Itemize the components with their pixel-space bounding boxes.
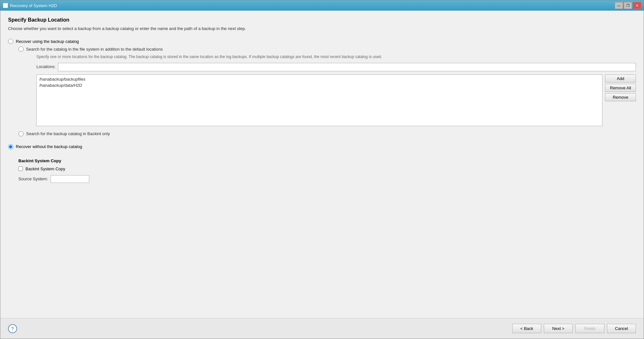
window-title: Recovery of System H2D <box>10 3 57 8</box>
locations-row: Locations: <box>36 63 636 71</box>
source-system-label: Source System: <box>18 176 48 181</box>
footer-left: ? <box>8 324 17 333</box>
close-button[interactable]: ✕ <box>633 2 641 9</box>
source-system-input[interactable] <box>51 175 89 183</box>
search-filesystem-label: Search for the catalog in the file syste… <box>26 47 163 52</box>
recover-catalog-radio[interactable] <box>8 39 13 44</box>
list-buttons: Add Remove All Remove <box>605 75 636 126</box>
search-backint-radio-label[interactable]: Search for the backup catalog in Backint… <box>18 131 636 136</box>
backint-checkbox[interactable] <box>18 166 23 171</box>
locations-label: Locations: <box>36 63 55 69</box>
page-description: Choose whether you want to select a back… <box>8 26 636 31</box>
restore-button[interactable]: ❐ <box>624 2 632 9</box>
main-window: Recovery of System H2D — ❐ ✕ Specify Bac… <box>0 0 644 339</box>
recover-without-catalog-label: Recover without the backup catalog <box>16 144 82 149</box>
recover-catalog-label: Recover using the backup catalog <box>16 39 79 44</box>
list-item: /hanabackup/data/H2D <box>38 82 601 88</box>
search-filesystem-sub-option: Search for the catalog in the file syste… <box>18 46 636 126</box>
list-item: /hanabackup/backupfiles <box>38 76 601 82</box>
recover-catalog-radio-label[interactable]: Recover using the backup catalog <box>8 39 636 44</box>
recover-without-catalog-radio[interactable] <box>8 144 13 149</box>
search-filesystem-radio-label[interactable]: Search for the catalog in the file syste… <box>18 46 636 52</box>
help-button[interactable]: ? <box>8 324 17 333</box>
add-button[interactable]: Add <box>605 75 636 83</box>
remove-button[interactable]: Remove <box>605 93 636 101</box>
search-backint-sub-option: Search for the backup catalog in Backint… <box>18 131 636 136</box>
footer: ? < Back Next > Finish Cancel <box>0 318 644 339</box>
search-filesystem-radio[interactable] <box>18 46 24 52</box>
locations-input[interactable] <box>58 63 636 71</box>
cancel-button[interactable]: Cancel <box>607 324 636 333</box>
footer-right: < Back Next > Finish Cancel <box>512 324 636 333</box>
app-icon <box>3 3 8 8</box>
hint-text: Specify one or more locations for the ba… <box>36 54 636 60</box>
page-title: Specify Backup Location <box>8 17 636 23</box>
backint-checkbox-text: Backint System Copy <box>25 166 65 171</box>
titlebar-controls: — ❐ ✕ <box>615 2 641 9</box>
recover-catalog-group: Recover using the backup catalog Search … <box>8 39 636 139</box>
finish-button[interactable]: Finish <box>575 324 604 333</box>
titlebar: Recovery of System H2D — ❐ ✕ <box>0 0 644 11</box>
recover-without-catalog-radio-label[interactable]: Recover without the backup catalog <box>8 144 636 149</box>
locations-list-container: /hanabackup/backupfiles /hanabackup/data… <box>36 75 636 126</box>
backint-checkbox-label[interactable]: Backint System Copy <box>18 166 636 171</box>
search-backint-radio[interactable] <box>18 131 24 136</box>
back-button[interactable]: < Back <box>512 324 541 333</box>
backint-section: Backint System Copy Backint System Copy … <box>8 158 636 183</box>
locations-list: /hanabackup/backupfiles /hanabackup/data… <box>36 75 602 126</box>
search-backint-label: Search for the backup catalog in Backint… <box>26 131 110 136</box>
remove-all-button[interactable]: Remove All <box>605 84 636 92</box>
minimize-button[interactable]: — <box>615 2 623 9</box>
backint-section-title: Backint System Copy <box>18 158 636 163</box>
next-button[interactable]: Next > <box>544 324 573 333</box>
content-area: Specify Backup Location Choose whether y… <box>0 11 644 318</box>
source-system-row: Source System: <box>18 175 636 183</box>
titlebar-left: Recovery of System H2D <box>3 3 57 8</box>
